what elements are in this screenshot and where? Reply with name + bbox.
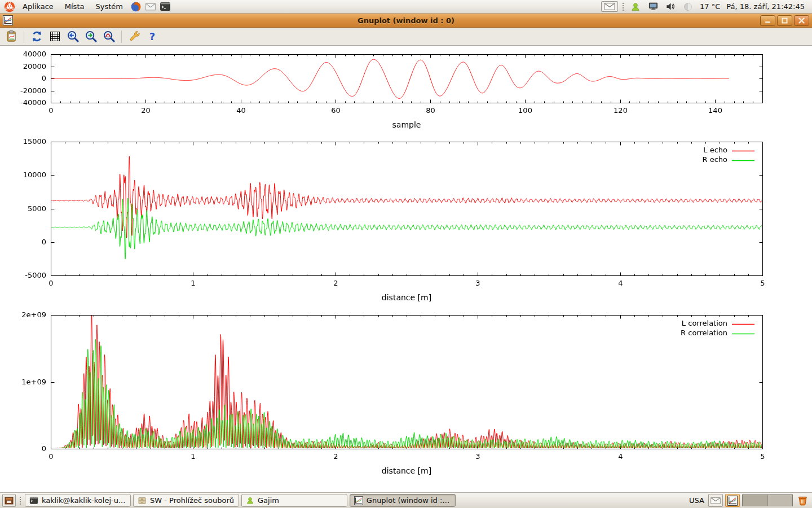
keyboard-layout-indicator[interactable]: USA <box>687 496 706 505</box>
minimize-button[interactable] <box>760 15 775 26</box>
mail-tray-icon[interactable] <box>601 1 618 12</box>
maximize-button[interactable] <box>777 15 792 26</box>
plot-echo[interactable] <box>0 137 812 306</box>
task-label: SW - Prohlížeč souborů <box>150 496 234 505</box>
display-icon[interactable] <box>646 0 660 14</box>
taskbar-handle[interactable] <box>19 496 21 505</box>
mail-window-button[interactable] <box>708 494 723 507</box>
workspace-1[interactable] <box>743 495 767 506</box>
ubuntu-logo-icon[interactable] <box>3 0 16 14</box>
zoom-next-button[interactable] <box>83 29 99 44</box>
mail-launcher-icon[interactable] <box>144 0 157 14</box>
workspace-2[interactable] <box>767 495 792 506</box>
menu-system[interactable]: Systém <box>90 0 128 14</box>
top-panel: Aplikace Místa Systém <box>0 0 812 14</box>
bottom-taskbar: kaklik@kaklik-kolej-u... SW - Prohlížeč … <box>0 492 812 508</box>
trash-applet-icon[interactable] <box>796 494 809 507</box>
help-icon: ? <box>149 32 155 42</box>
grid-icon <box>50 32 60 41</box>
plot-sample-waveform[interactable] <box>0 49 812 137</box>
gnuplot-toolbar: ? <box>0 28 812 46</box>
terminal-icon <box>29 496 38 505</box>
firefox-icon[interactable] <box>129 0 143 14</box>
plot-correlation[interactable] <box>0 310 812 477</box>
file-manager-icon <box>138 496 147 505</box>
menu-places-label: Místa <box>65 2 85 11</box>
system-tray: 17 °C Pá, 18. září, 21:42:45 <box>601 0 810 14</box>
gajim-icon <box>246 496 254 505</box>
show-desktop-button[interactable] <box>2 494 16 507</box>
workspace-switcher <box>742 494 793 506</box>
window-titlebar[interactable]: Gnuplot (window id : 0) <box>0 14 812 28</box>
settings-button[interactable] <box>126 29 142 44</box>
temperature-applet[interactable]: 17 °C <box>698 2 722 11</box>
close-button[interactable] <box>794 15 809 26</box>
task-label: Gnuplot (window id : 0) <box>367 496 451 505</box>
gnuplot-icon <box>727 496 738 506</box>
terminal-launcher-icon[interactable] <box>158 0 172 14</box>
zoom-previous-button[interactable] <box>65 29 81 44</box>
gajim-status-icon[interactable] <box>629 0 642 14</box>
refresh-button[interactable] <box>29 29 45 44</box>
unzoom-button[interactable] <box>101 29 117 44</box>
help-button[interactable]: ? <box>144 29 160 44</box>
tray-separator <box>622 2 624 11</box>
toolbar-separator <box>121 30 122 43</box>
weather-icon[interactable] <box>681 0 695 14</box>
menu-places[interactable]: Místa <box>59 0 90 14</box>
task-button-file-manager[interactable]: SW - Prohlížeč souborů <box>133 494 239 507</box>
mail-icon <box>710 497 721 504</box>
gnuplot-window-list-button[interactable] <box>725 494 740 507</box>
task-button-terminal[interactable]: kaklik@kaklik-kolej-u... <box>25 494 131 507</box>
task-button-gajim[interactable]: Gajim <box>241 494 347 507</box>
volume-icon[interactable] <box>664 0 677 14</box>
clock-applet[interactable]: Pá, 18. září, 21:42:45 <box>725 2 806 11</box>
gnuplot-icon <box>354 496 363 505</box>
grid-toggle-button[interactable] <box>47 29 63 44</box>
menu-applications[interactable]: Aplikace <box>17 0 59 14</box>
task-label: kaklik@kaklik-kolej-u... <box>42 496 125 505</box>
toolbar-separator <box>24 30 24 43</box>
menu-applications-label: Aplikace <box>23 2 54 11</box>
task-button-gnuplot[interactable]: Gnuplot (window id : 0) <box>350 494 456 507</box>
window-title: Gnuplot (window id : 0) <box>0 16 812 25</box>
menu-system-label: Systém <box>95 2 122 11</box>
copy-plot-button[interactable] <box>3 29 19 44</box>
task-label: Gajim <box>258 496 279 505</box>
